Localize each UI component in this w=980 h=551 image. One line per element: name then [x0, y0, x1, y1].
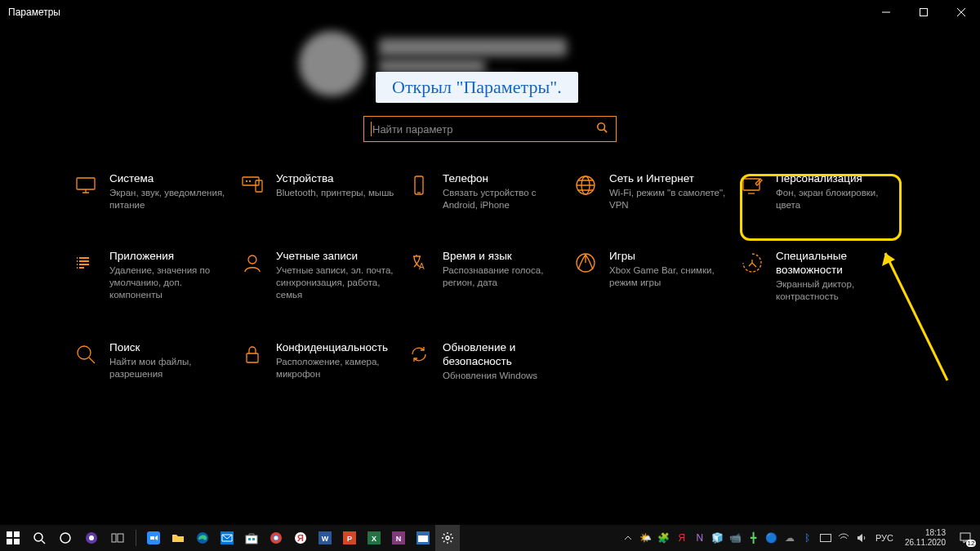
phone-icon	[407, 173, 431, 198]
app-zoom-icon[interactable]	[141, 525, 166, 551]
tray-clock[interactable]: 18:13 26.11.2020	[900, 528, 951, 548]
task-view-button[interactable]	[105, 525, 131, 551]
accounts-icon	[240, 251, 265, 275]
svg-text:W: W	[322, 535, 329, 543]
app-mail-icon[interactable]	[215, 525, 239, 551]
search-icon	[596, 122, 608, 136]
svg-rect-48	[820, 535, 831, 542]
tray-app-5-icon[interactable]: 🧊	[710, 531, 725, 545]
tray-notifications-button[interactable]: 12	[954, 531, 977, 544]
category-title: Обновление и безопасность	[443, 340, 570, 368]
svg-rect-2	[77, 178, 95, 189]
svg-rect-46	[418, 535, 428, 542]
category-gaming[interactable]: ИгрыXbox Game Bar, снимки, режим игры	[573, 249, 737, 303]
category-network[interactable]: Сеть и ИнтернетWi-Fi, режим "в самолете"…	[573, 171, 737, 211]
app-edge-icon[interactable]	[190, 525, 215, 551]
tray-app-3-icon[interactable]: Я	[675, 531, 689, 545]
app-generic-icon[interactable]	[411, 525, 435, 551]
svg-point-6	[250, 181, 251, 182]
category-system[interactable]: СистемаЭкран, звук, уведомления, питание	[74, 171, 237, 211]
settings-header: Открыл "Параметры".	[0, 24, 980, 142]
tray-language[interactable]: РУС	[872, 533, 897, 543]
taskbar: Я W P X N 🌤️ 🧩 Я N 🧊 📹 ╋ 🔵 ☁ ᛒ РУС 18:13…	[0, 525, 980, 551]
minimize-button[interactable]	[867, 0, 905, 24]
category-title: Поиск	[109, 340, 232, 354]
update-icon	[407, 342, 431, 367]
tray-app-6-icon[interactable]: 📹	[728, 531, 743, 545]
tray-date: 26.11.2020	[905, 538, 946, 548]
close-button[interactable]	[942, 0, 980, 24]
svg-rect-24	[112, 534, 116, 542]
app-yandex-icon[interactable]: Я	[288, 525, 313, 551]
avatar[interactable]	[299, 31, 364, 96]
svg-rect-7	[415, 176, 423, 194]
category-phone[interactable]: ТелефонСвязать устройство с Android, iPh…	[407, 171, 570, 211]
search-caret	[371, 122, 372, 136]
search-input[interactable]	[372, 123, 596, 136]
tray-time: 18:13	[925, 528, 946, 538]
app-chrome-icon[interactable]	[264, 525, 288, 551]
annotation-callout: Открыл "Параметры".	[376, 72, 578, 103]
category-title: Конфиденциальность	[276, 340, 399, 354]
tray-keyboard-icon[interactable]	[818, 531, 833, 545]
system-tray: 🌤️ 🧩 Я N 🧊 📹 ╋ 🔵 ☁ ᛒ РУС 18:13 26.11.202…	[621, 525, 977, 551]
category-desc: Обновления Windows	[443, 370, 565, 382]
app-store-icon[interactable]	[239, 525, 264, 551]
category-desc: Экран, звук, уведомления, питание	[109, 187, 232, 211]
svg-point-21	[60, 533, 70, 543]
category-update-security[interactable]: Обновление и безопасностьОбновления Wind…	[407, 340, 570, 382]
tray-app-1-icon[interactable]: 🌤️	[639, 531, 653, 545]
category-desc: Найти мои файлы, разрешения	[109, 356, 232, 380]
svg-point-47	[446, 536, 449, 540]
category-apps[interactable]: ПриложенияУдаление, значения по умолчани…	[74, 249, 237, 303]
tray-bluetooth-icon[interactable]: ᛒ	[800, 531, 815, 545]
app-excel-icon[interactable]: X	[362, 525, 386, 551]
category-title: Время и язык	[443, 249, 565, 263]
svg-rect-15	[247, 353, 258, 362]
svg-text:P: P	[347, 535, 352, 543]
ease-of-access-icon	[740, 251, 764, 275]
category-devices[interactable]: УстройстваBluetooth, принтеры, мышь	[240, 171, 403, 211]
app-word-icon[interactable]: W	[313, 525, 337, 551]
tray-onedrive-icon[interactable]: ☁	[782, 531, 797, 545]
category-title: Игры	[609, 249, 732, 263]
svg-rect-30	[248, 538, 251, 540]
tray-chevron-icon[interactable]	[621, 531, 635, 545]
svg-rect-29	[246, 535, 257, 544]
category-search[interactable]: ПоискНайти мои файлы, разрешения	[74, 340, 237, 382]
search-box[interactable]	[363, 116, 617, 142]
privacy-icon	[240, 342, 265, 367]
taskbar-left: Я W P X N	[0, 525, 460, 551]
svg-rect-31	[252, 538, 255, 540]
search-taskbar-button[interactable]	[26, 525, 52, 551]
tray-app-2-icon[interactable]: 🧩	[657, 531, 671, 545]
svg-point-23	[89, 535, 94, 540]
category-privacy[interactable]: КонфиденциальностьРасположение, камера, …	[240, 340, 403, 382]
start-button[interactable]	[0, 525, 26, 551]
svg-rect-17	[14, 531, 20, 537]
category-accounts[interactable]: Учетные записиУчетные записи, эл. почта,…	[240, 249, 403, 303]
category-time-language[interactable]: A Время и языкРаспознавание голоса, реги…	[407, 249, 570, 303]
tray-wifi-icon[interactable]	[836, 531, 851, 545]
maximize-button[interactable]	[905, 0, 942, 24]
time-language-icon: A	[407, 251, 431, 275]
app-file-explorer-icon[interactable]	[166, 525, 190, 551]
category-title: Учетные записи	[276, 249, 399, 263]
app-onenote-icon[interactable]: N	[386, 525, 411, 551]
yandex-browser-icon[interactable]	[78, 525, 105, 551]
annotation-highlight-box	[740, 174, 902, 241]
tray-app-8-icon[interactable]: 🔵	[764, 531, 779, 545]
cortana-button[interactable]	[52, 525, 78, 551]
tray-volume-icon[interactable]	[854, 531, 869, 545]
window-title: Параметры	[8, 7, 60, 18]
category-title: Приложения	[109, 249, 232, 263]
category-desc: Распознавание голоса, регион, дата	[443, 264, 565, 289]
app-powerpoint-icon[interactable]: P	[337, 525, 362, 551]
tray-app-7-icon[interactable]: ╋	[746, 531, 761, 545]
tray-app-4-icon[interactable]: N	[693, 531, 707, 545]
svg-point-20	[34, 533, 42, 541]
svg-text:N: N	[396, 535, 402, 543]
category-title: Телефон	[443, 171, 565, 185]
svg-point-14	[78, 346, 91, 359]
app-settings-icon[interactable]	[435, 525, 460, 551]
